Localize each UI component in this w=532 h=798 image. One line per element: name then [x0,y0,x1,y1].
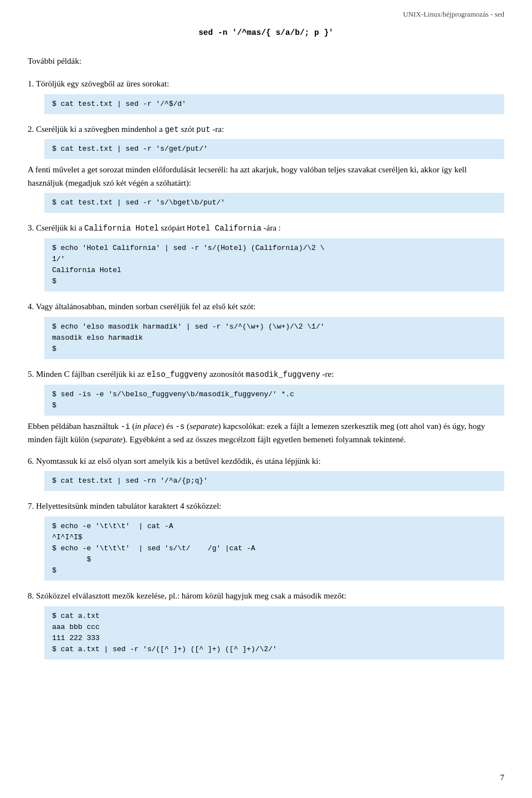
item-5: 5. Minden C fájlban cseréljük ki az elso… [28,368,504,446]
item-5-text: 5. Minden C fájlban cseréljük ki az elso… [28,368,504,381]
item-2-code1: $ cat test.txt | sed -r 's/get/put/' [44,139,504,159]
item-8-text: 8. Szóközzel elválasztott mezők kezelése… [28,590,504,602]
item-1-code: $ cat test.txt | sed -r '/^$/d' [44,94,504,114]
item-5-desc: Ebben példában használtuk -i (in place) … [28,420,504,446]
item-4: 4. Vagy általánosabban, minden sorban cs… [28,300,504,359]
item-2-text: 2. Cseréljük ki a szövegben mindenhol a … [28,123,504,136]
item-6: 6. Nyomtassuk ki az első olyan sort amel… [28,455,504,491]
item-3-code: $ echo 'Hotel California' | sed -r 's/(H… [44,238,504,292]
item-8: 8. Szóközzel elválasztott mezők kezelése… [28,590,504,659]
item-3-text: 3. Cseréljük ki a California Hotel szópá… [28,222,504,235]
item-5-code: $ sed -is -e 's/\belso_fuggveny\b/masodi… [44,385,504,416]
item-1: 1. Töröljük egy szövegből az üres soroka… [28,78,504,114]
item-6-code: $ cat test.txt | sed -rn '/^a/{p;q}' [44,471,504,491]
header-right: UNIX-Linux/héjprogramozás - sed [403,10,504,19]
item-2-code2: $ cat test.txt | sed -r 's/\bget\b/put/' [44,193,504,213]
page-number: 7 [500,773,505,782]
item-4-text: 4. Vagy általánosabban, minden sorban cs… [28,300,504,313]
item-2-desc: A fenti művelet a get sorozat minden elő… [28,163,504,190]
item-7-text: 7. Helyettesítsünk minden tabulátor kara… [28,500,504,513]
item-3: 3. Cseréljük ki a California Hotel szópá… [28,222,504,291]
item-7: 7. Helyettesítsünk minden tabulátor kara… [28,500,504,581]
item-4-code: $ echo 'elso masodik harmadik' | sed -r … [44,317,504,359]
further-examples-label: További példák: [28,55,504,68]
item-6-text: 6. Nyomtassuk ki az első olyan sort amel… [28,455,504,468]
item-1-text: 1. Töröljük egy szövegből az üres soroka… [28,78,504,90]
item-2: 2. Cseréljük ki a szövegben mindenhol a … [28,123,504,213]
item-7-code: $ echo -e '\t\t\t' | cat -A ^I^I^I$ $ ec… [44,516,504,581]
top-code: sed -n '/^mas/{ s/a/b/; p }' [198,28,334,37]
top-code-block: sed -n '/^mas/{ s/a/b/; p }' [28,28,504,37]
item-8-code: $ cat a.txt aaa bbb ccc 111 222 333 $ ca… [44,606,504,660]
